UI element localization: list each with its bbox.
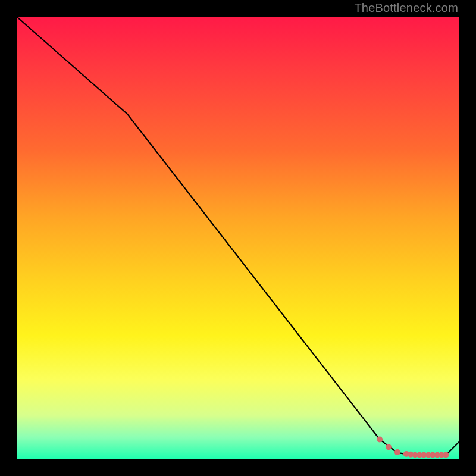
marker-dot bbox=[386, 444, 392, 450]
highlight-markers bbox=[377, 437, 449, 458]
plot-area bbox=[17, 17, 459, 459]
marker-dot bbox=[394, 449, 400, 455]
marker-dot bbox=[443, 452, 449, 458]
chart-stage: TheBottleneck.com bbox=[0, 0, 476, 476]
bottleneck-curve-line bbox=[17, 17, 459, 455]
marker-dot bbox=[377, 437, 383, 443]
watermark-text: TheBottleneck.com bbox=[354, 1, 458, 15]
chart-svg bbox=[17, 17, 459, 459]
